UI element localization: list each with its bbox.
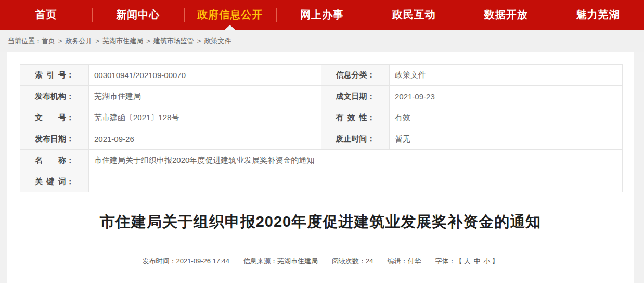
- info-value: 芜市建函〔2021〕128号: [89, 107, 321, 128]
- nav-item-label: 新闻中心: [116, 8, 160, 22]
- breadcrumb-link[interactable]: 芜湖市住建局: [102, 37, 143, 45]
- nav-item-政府信息公开[interactable]: 政府信息公开: [184, 0, 276, 30]
- nav-item-label: 政民互动: [392, 8, 436, 22]
- nav-item-网上办事[interactable]: 网上办事: [276, 0, 368, 30]
- nav-item-数据开放[interactable]: 数据开放: [460, 0, 552, 30]
- meta-item: 编辑：付华: [388, 256, 421, 266]
- table-row: 发布日期：2021-09-26废止时间：暂无: [20, 128, 623, 150]
- table-row: 文 号：芜市建函〔2021〕128号有 效 性：有效: [20, 107, 623, 128]
- info-label: 发布日期：: [20, 128, 89, 150]
- top-nav: 首页新闻中心政府信息公开网上办事政民互动数据开放魅力芜湖: [0, 0, 644, 30]
- content-divider: [16, 273, 622, 273]
- font-size-option-中[interactable]: 中: [474, 257, 481, 265]
- info-value: 2021-09-26: [89, 128, 321, 150]
- breadcrumb-link[interactable]: 政务公开: [66, 37, 93, 45]
- page-title: 市住建局关于组织申报2020年度促进建筑业发展奖补资金的通知: [7, 212, 634, 233]
- info-value: [89, 171, 623, 192]
- table-row: 名 称：市住建局关于组织申报2020年度促进建筑业发展奖补资金的通知: [20, 150, 623, 171]
- font-size-prefix: 字体：【: [435, 256, 462, 266]
- nav-item-政民互动[interactable]: 政民互动: [368, 0, 460, 30]
- font-size-control: 字体：【大中小】: [435, 256, 499, 266]
- breadcrumb-link[interactable]: 首页: [42, 37, 55, 45]
- table-row: 关 键 词：: [20, 171, 623, 192]
- breadcrumb-separator: >: [58, 37, 62, 45]
- breadcrumb-separator: >: [146, 37, 150, 45]
- nav-item-魅力芜湖[interactable]: 魅力芜湖: [552, 0, 644, 30]
- info-value: 2021-09-23: [390, 86, 623, 107]
- breadcrumb: 首页>政务公开>芜湖市住建局>建筑市场监管>政策文件: [42, 36, 231, 46]
- info-value: 003010941/202109-00070: [89, 65, 321, 86]
- info-label: 废止时间：: [321, 128, 390, 150]
- font-size-option-大[interactable]: 大: [464, 257, 471, 265]
- breadcrumb-prefix: 当前位置：: [8, 36, 42, 46]
- meta-item: 发布时间：2021-09-26 17:44: [142, 256, 229, 266]
- info-value: 暂无: [390, 128, 623, 150]
- info-label: 关 键 词：: [20, 171, 89, 192]
- info-label: 索 引 号：: [20, 65, 89, 86]
- info-value: 市住建局关于组织申报2020年度促进建筑业发展奖补资金的通知: [89, 150, 623, 171]
- meta-item: 阅读次数：24: [332, 256, 373, 266]
- info-value: 有效: [390, 107, 623, 128]
- info-value: 芜湖市住建局: [89, 86, 321, 107]
- info-value: 政策文件: [390, 65, 623, 86]
- breadcrumb-link[interactable]: 政策文件: [204, 37, 231, 45]
- meta-items: 发布时间：2021-09-26 17:44信息来源：芜湖市住建局阅读次数：24编…: [142, 256, 421, 266]
- document-info-table: 索 引 号：003010941/202109-00070信息分类：政策文件发布机…: [20, 64, 623, 192]
- meta-item: 信息来源：芜湖市住建局: [243, 256, 318, 266]
- info-label: 文 号：: [20, 107, 89, 128]
- breadcrumb-separator: >: [96, 37, 100, 45]
- info-label: 有 效 性：: [321, 107, 390, 128]
- info-label: 成文日期：: [321, 86, 390, 107]
- table-row: 索 引 号：003010941/202109-00070信息分类：政策文件: [20, 65, 623, 86]
- meta-bar: 发布时间：2021-09-26 17:44信息来源：芜湖市住建局阅读次数：24编…: [7, 256, 634, 266]
- info-label: 信息分类：: [321, 65, 390, 86]
- font-size-option-小[interactable]: 小: [484, 257, 491, 265]
- nav-item-label: 网上办事: [300, 8, 344, 22]
- nav-item-首页[interactable]: 首页: [0, 0, 92, 30]
- breadcrumb-separator: >: [197, 37, 201, 45]
- info-label: 发布机构：: [20, 86, 89, 107]
- nav-item-label: 首页: [35, 8, 57, 22]
- nav-item-label: 魅力芜湖: [576, 8, 620, 22]
- nav-item-label: 政府信息公开: [197, 8, 263, 22]
- info-label: 名 称：: [20, 150, 89, 171]
- content-panel: 索 引 号：003010941/202109-00070信息分类：政策文件发布机…: [7, 52, 634, 283]
- breadcrumb-link[interactable]: 建筑市场监管: [153, 37, 194, 45]
- breadcrumb-bar: 当前位置：首页>政务公开>芜湖市住建局>建筑市场监管>政策文件: [0, 30, 644, 52]
- nav-item-label: 数据开放: [484, 8, 528, 22]
- font-size-suffix: 】: [492, 256, 499, 266]
- font-size-options: 大中小: [462, 256, 492, 266]
- nav-item-新闻中心[interactable]: 新闻中心: [92, 0, 184, 30]
- table-row: 发布机构：芜湖市住建局成文日期：2021-09-23: [20, 86, 623, 107]
